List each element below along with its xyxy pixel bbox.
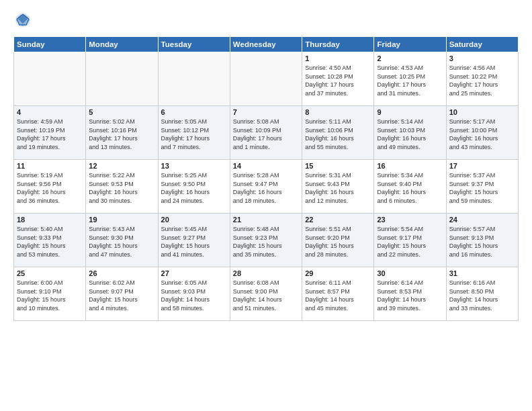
logo (13, 11, 35, 30)
day-number: 11 (17, 162, 83, 170)
day-number: 23 (377, 216, 443, 224)
day-info: Sunrise: 5:51 AM Sunset: 9:20 PM Dayligh… (305, 225, 371, 259)
calendar-day-cell: 27Sunrise: 6:05 AM Sunset: 9:03 PM Dayli… (158, 267, 230, 321)
day-info: Sunrise: 6:11 AM Sunset: 8:57 PM Dayligh… (305, 279, 371, 312)
calendar-day-cell: 13Sunrise: 5:25 AM Sunset: 9:50 PM Dayli… (158, 160, 230, 214)
day-info: Sunrise: 6:08 AM Sunset: 9:00 PM Dayligh… (233, 279, 299, 312)
calendar-day-cell (230, 52, 302, 106)
calendar-day-cell: 30Sunrise: 6:14 AM Sunset: 8:53 PM Dayli… (374, 267, 446, 321)
day-info: Sunrise: 4:53 AM Sunset: 10:25 PM Daylig… (377, 64, 443, 97)
day-info: Sunrise: 5:31 AM Sunset: 9:43 PM Dayligh… (305, 171, 371, 205)
day-info: Sunrise: 5:28 AM Sunset: 9:47 PM Dayligh… (233, 171, 299, 205)
day-number: 19 (89, 216, 154, 224)
day-info: Sunrise: 5:22 AM Sunset: 9:53 PM Dayligh… (89, 171, 154, 205)
day-number: 21 (233, 216, 299, 224)
day-number: 28 (233, 269, 299, 277)
calendar-week-row: 18Sunrise: 5:40 AM Sunset: 9:33 PM Dayli… (14, 214, 519, 267)
calendar-day-cell: 20Sunrise: 5:45 AM Sunset: 9:27 PM Dayli… (158, 214, 230, 267)
calendar-day-cell: 15Sunrise: 5:31 AM Sunset: 9:43 PM Dayli… (302, 160, 374, 214)
day-number: 31 (449, 269, 515, 277)
header (13, 11, 519, 30)
day-number: 7 (233, 108, 299, 116)
calendar-day-cell: 14Sunrise: 5:28 AM Sunset: 9:47 PM Dayli… (230, 160, 302, 214)
weekday-header: Wednesday (230, 37, 302, 52)
day-info: Sunrise: 5:54 AM Sunset: 9:17 PM Dayligh… (377, 225, 443, 259)
calendar-day-cell (158, 52, 230, 106)
calendar-table: SundayMondayTuesdayWednesdayThursdayFrid… (13, 36, 519, 321)
calendar-day-cell: 4Sunrise: 4:59 AM Sunset: 10:19 PM Dayli… (14, 106, 86, 160)
calendar-day-cell: 3Sunrise: 4:56 AM Sunset: 10:22 PM Dayli… (446, 52, 518, 106)
day-number: 25 (17, 269, 83, 277)
day-number: 24 (449, 216, 515, 224)
calendar-day-cell: 11Sunrise: 5:19 AM Sunset: 9:56 PM Dayli… (14, 160, 86, 214)
day-number: 30 (377, 269, 443, 277)
calendar-day-cell (14, 52, 86, 106)
calendar-day-cell: 19Sunrise: 5:43 AM Sunset: 9:30 PM Dayli… (86, 214, 158, 267)
weekday-header-row: SundayMondayTuesdayWednesdayThursdayFrid… (14, 37, 519, 52)
weekday-header: Tuesday (158, 37, 230, 52)
weekday-header: Friday (374, 37, 446, 52)
calendar-day-cell: 29Sunrise: 6:11 AM Sunset: 8:57 PM Dayli… (302, 267, 374, 321)
calendar-day-cell: 2Sunrise: 4:53 AM Sunset: 10:25 PM Dayli… (374, 52, 446, 106)
calendar-day-cell: 12Sunrise: 5:22 AM Sunset: 9:53 PM Dayli… (86, 160, 158, 214)
day-info: Sunrise: 4:59 AM Sunset: 10:19 PM Daylig… (17, 118, 83, 151)
calendar-day-cell: 9Sunrise: 5:14 AM Sunset: 10:03 PM Dayli… (374, 106, 446, 160)
day-number: 10 (449, 108, 515, 116)
calendar-day-cell: 1Sunrise: 4:50 AM Sunset: 10:28 PM Dayli… (302, 52, 374, 106)
day-info: Sunrise: 5:05 AM Sunset: 10:12 PM Daylig… (161, 118, 227, 151)
calendar-day-cell: 26Sunrise: 6:02 AM Sunset: 9:07 PM Dayli… (86, 267, 158, 321)
day-number: 6 (161, 108, 227, 116)
day-info: Sunrise: 5:45 AM Sunset: 9:27 PM Dayligh… (161, 225, 227, 259)
day-number: 20 (161, 216, 227, 224)
calendar-day-cell: 10Sunrise: 5:17 AM Sunset: 10:00 PM Dayl… (446, 106, 518, 160)
calendar-day-cell (86, 52, 158, 106)
day-number: 29 (305, 269, 371, 277)
calendar-week-row: 11Sunrise: 5:19 AM Sunset: 9:56 PM Dayli… (14, 160, 519, 214)
day-info: Sunrise: 6:05 AM Sunset: 9:03 PM Dayligh… (161, 279, 227, 312)
calendar-day-cell: 28Sunrise: 6:08 AM Sunset: 9:00 PM Dayli… (230, 267, 302, 321)
calendar-page: SundayMondayTuesdayWednesdayThursdayFrid… (0, 0, 532, 411)
day-number: 22 (305, 216, 371, 224)
day-number: 15 (305, 162, 371, 170)
calendar-day-cell: 8Sunrise: 5:11 AM Sunset: 10:06 PM Dayli… (302, 106, 374, 160)
day-number: 5 (89, 108, 154, 116)
calendar-day-cell: 23Sunrise: 5:54 AM Sunset: 9:17 PM Dayli… (374, 214, 446, 267)
day-number: 12 (89, 162, 154, 170)
day-info: Sunrise: 5:14 AM Sunset: 10:03 PM Daylig… (377, 118, 443, 151)
day-number: 9 (377, 108, 443, 116)
logo-icon (13, 11, 32, 30)
day-number: 16 (377, 162, 443, 170)
weekday-header: Sunday (14, 37, 86, 52)
day-info: Sunrise: 6:00 AM Sunset: 9:10 PM Dayligh… (17, 279, 83, 312)
day-info: Sunrise: 5:48 AM Sunset: 9:23 PM Dayligh… (233, 225, 299, 259)
day-info: Sunrise: 5:02 AM Sunset: 10:16 PM Daylig… (89, 118, 154, 151)
day-info: Sunrise: 5:25 AM Sunset: 9:50 PM Dayligh… (161, 171, 227, 205)
calendar-week-row: 4Sunrise: 4:59 AM Sunset: 10:19 PM Dayli… (14, 106, 519, 160)
day-info: Sunrise: 5:40 AM Sunset: 9:33 PM Dayligh… (17, 225, 83, 259)
day-info: Sunrise: 5:17 AM Sunset: 10:00 PM Daylig… (449, 118, 515, 151)
calendar-day-cell: 24Sunrise: 5:57 AM Sunset: 9:13 PM Dayli… (446, 214, 518, 267)
day-number: 14 (233, 162, 299, 170)
day-info: Sunrise: 4:56 AM Sunset: 10:22 PM Daylig… (449, 64, 515, 97)
calendar-day-cell: 18Sunrise: 5:40 AM Sunset: 9:33 PM Dayli… (14, 214, 86, 267)
calendar-day-cell: 16Sunrise: 5:34 AM Sunset: 9:40 PM Dayli… (374, 160, 446, 214)
day-info: Sunrise: 6:02 AM Sunset: 9:07 PM Dayligh… (89, 279, 154, 312)
day-info: Sunrise: 5:57 AM Sunset: 9:13 PM Dayligh… (449, 225, 515, 259)
day-info: Sunrise: 5:37 AM Sunset: 9:37 PM Dayligh… (449, 171, 515, 205)
calendar-day-cell: 7Sunrise: 5:08 AM Sunset: 10:09 PM Dayli… (230, 106, 302, 160)
day-number: 3 (449, 54, 515, 62)
day-info: Sunrise: 5:11 AM Sunset: 10:06 PM Daylig… (305, 118, 371, 151)
day-info: Sunrise: 5:43 AM Sunset: 9:30 PM Dayligh… (89, 225, 154, 259)
day-info: Sunrise: 6:14 AM Sunset: 8:53 PM Dayligh… (377, 279, 443, 312)
day-number: 1 (305, 54, 371, 62)
day-info: Sunrise: 5:34 AM Sunset: 9:40 PM Dayligh… (377, 171, 443, 205)
day-number: 17 (449, 162, 515, 170)
day-number: 26 (89, 269, 154, 277)
weekday-header: Thursday (302, 37, 374, 52)
day-info: Sunrise: 5:19 AM Sunset: 9:56 PM Dayligh… (17, 171, 83, 205)
calendar-day-cell: 25Sunrise: 6:00 AM Sunset: 9:10 PM Dayli… (14, 267, 86, 321)
calendar-day-cell: 21Sunrise: 5:48 AM Sunset: 9:23 PM Dayli… (230, 214, 302, 267)
calendar-week-row: 25Sunrise: 6:00 AM Sunset: 9:10 PM Dayli… (14, 267, 519, 321)
day-number: 13 (161, 162, 227, 170)
day-number: 27 (161, 269, 227, 277)
